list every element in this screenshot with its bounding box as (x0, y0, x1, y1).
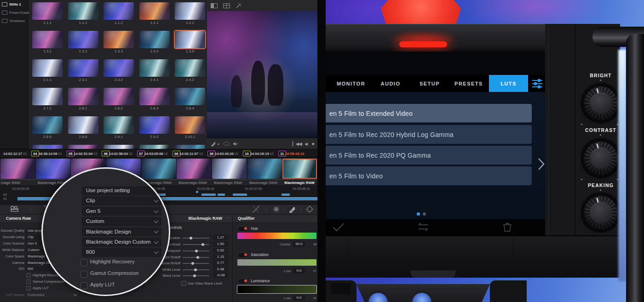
checkbox-apply-lut[interactable] (26, 286, 31, 291)
timeline-clip-thumbnail[interactable] (0, 159, 35, 179)
step-back-button[interactable]: ◀ (305, 142, 308, 146)
tab-audio[interactable]: AUDIO (381, 75, 401, 92)
speaker-icon[interactable] (233, 142, 238, 147)
knob-bright[interactable] (583, 85, 619, 121)
enhance-wand-icon[interactable] (236, 3, 242, 9)
still-thumbnail-1.1.1[interactable] (68, 2, 98, 20)
magnified-color-space-dropdown[interactable]: Blackmagic Design (82, 228, 161, 237)
still-thumbnail-2.9.1[interactable] (104, 116, 134, 134)
param-value[interactable]: 50.0 (293, 241, 305, 247)
still-thumbnail-1.1.1[interactable] (32, 2, 63, 20)
magnified-color-science-dropdown[interactable]: Gen 5 (82, 207, 161, 216)
still-thumbnail-1.3.2[interactable] (68, 31, 98, 48)
stop-button[interactable]: ■ (312, 142, 314, 146)
checkbox-use-video-black-level[interactable] (181, 281, 186, 286)
still-thumbnail-2.7.1[interactable] (32, 88, 63, 105)
still-thumbnail-1.1.2[interactable] (104, 2, 134, 20)
camera-raw-icon[interactable] (10, 205, 19, 212)
still-thumbnail-partial[interactable] (32, 145, 63, 149)
cloud-icon[interactable] (224, 142, 230, 146)
slider-handle[interactable] (191, 262, 194, 265)
slider-value[interactable]: -0.08 (213, 273, 228, 278)
slider-value[interactable]: 0.77 (213, 260, 228, 266)
tab-setup[interactable]: SETUP (420, 75, 440, 92)
still-thumbnail-1.2.1[interactable] (139, 2, 170, 20)
curves-icon[interactable] (252, 205, 259, 213)
slider-value[interactable]: 0.52 (213, 248, 228, 253)
tab-monitor[interactable]: MONITOR (337, 75, 365, 92)
param-value[interactable]: 0.0 (293, 268, 305, 274)
confirm-check-icon[interactable] (332, 222, 345, 232)
tab-presets[interactable]: PRESETS (454, 75, 483, 92)
still-thumbnail-2.8.6[interactable] (68, 116, 98, 134)
timeline-clip-thumbnail[interactable] (36, 159, 70, 179)
slider-handle[interactable] (196, 256, 199, 259)
still-thumbnail-2.8.1[interactable] (68, 88, 98, 105)
still-thumbnail-partial[interactable] (104, 145, 134, 149)
still-thumbnail-1.2.2[interactable] (175, 2, 205, 20)
magnified-decode-using-dropdown[interactable]: Clip (82, 196, 161, 205)
still-thumbnail-partial[interactable] (139, 145, 170, 149)
slider-handle[interactable] (195, 250, 198, 252)
sidebar-item-stills-1[interactable]: Stills 1 (0, 0, 29, 8)
magnified-checkbox-apply-lut[interactable] (80, 282, 87, 289)
lut-source-dropdown[interactable]: Embedded (26, 292, 78, 297)
still-thumbnail-1.3.3[interactable] (104, 31, 134, 48)
picker-dropdown-chevron[interactable]: ▾ (218, 142, 219, 146)
still-thumbnail-2.3.1[interactable] (68, 59, 98, 77)
toggle-saturation[interactable] (238, 252, 248, 258)
still-thumbnail-2.3.2[interactable] (104, 59, 134, 77)
color-warper-icon[interactable] (272, 205, 280, 213)
slider-value[interactable]: 0.98 (213, 267, 228, 272)
still-thumbnail-2.4.1[interactable] (139, 59, 170, 77)
still-thumbnail-2.8.2[interactable] (104, 88, 134, 105)
magnified-iso-dropdown[interactable]: 800 (82, 248, 161, 257)
lut-item-en-5-film-to-extended-video[interactable]: en 5 Film to Extended Video (326, 104, 532, 123)
swap-arrows-icon[interactable] (416, 222, 431, 233)
slider-track-saturation[interactable] (183, 238, 209, 239)
toggle-hue[interactable] (238, 226, 248, 232)
magnified-white-balance-dropdown[interactable]: Custom (82, 217, 161, 226)
still-thumbnail-2.8.4[interactable] (175, 88, 205, 105)
timeline-clip-thumbnail[interactable] (142, 159, 176, 179)
still-thumbnail-2.8.5[interactable] (32, 116, 63, 134)
timeline-clip-thumbnail[interactable] (177, 159, 211, 179)
still-thumbnail-2.4.2[interactable] (175, 59, 205, 77)
split-screen-icon[interactable] (211, 3, 218, 8)
slider-handle[interactable] (194, 268, 197, 271)
slider-track-contrast[interactable] (183, 244, 209, 245)
hue-range-bar[interactable] (237, 233, 316, 239)
still-thumbnail-2.1.1[interactable] (32, 59, 63, 77)
still-thumbnail-2.8.3[interactable] (139, 88, 170, 105)
skip-to-start-button[interactable]: ▏◀◀ (293, 142, 302, 146)
options-menu-icon[interactable]: ··· (225, 215, 230, 220)
saturation-range-bar[interactable] (237, 259, 316, 266)
still-thumbnail-partial[interactable] (68, 145, 98, 149)
slider-value[interactable]: 1.50 (213, 241, 228, 247)
still-thumbnail-2.10.1[interactable] (175, 116, 205, 134)
picker-icon[interactable] (211, 141, 216, 147)
slider-value[interactable]: 1.15 (213, 254, 228, 260)
knob-peaking[interactable] (583, 194, 619, 230)
lut-item-en-5-film-to-video[interactable]: en 5 Film to Video (326, 166, 532, 185)
timeline-clip-thumbnail[interactable] (247, 159, 282, 179)
toggle-luminance[interactable] (238, 279, 248, 284)
tab-luts[interactable]: LUTS (489, 75, 528, 92)
still-thumbnail-1.3.5[interactable] (175, 31, 205, 48)
timeline-clip-thumbnail[interactable] (282, 159, 317, 179)
qualifier-icon[interactable] (289, 205, 296, 213)
still-thumbnail-2.9.2[interactable] (139, 116, 170, 134)
slider-track-shadow-rolloff[interactable] (183, 263, 209, 264)
magnified-gamma-dropdown[interactable]: Blackmagic Design Custom (82, 238, 161, 247)
checkbox-highlight-recovery[interactable] (26, 273, 31, 278)
magnified-checkbox-highlight-recovery[interactable] (80, 259, 87, 266)
still-thumbnail-1.3.4[interactable] (139, 31, 170, 48)
still-thumbnail-partial[interactable] (175, 145, 205, 149)
knob-contrast[interactable] (583, 140, 619, 176)
sidebar-item-timelines[interactable]: Timelines (0, 17, 29, 25)
grid-view-icon[interactable] (223, 3, 230, 8)
next-page-chevron-icon[interactable] (537, 157, 545, 171)
slider-handle[interactable] (193, 274, 196, 277)
timeline-clip-thumbnail[interactable] (212, 159, 247, 179)
lut-item-en-5-film-to-rec-2020-pq-gamma[interactable]: en 5 Film to Rec 2020 PQ Gamma (326, 146, 532, 165)
